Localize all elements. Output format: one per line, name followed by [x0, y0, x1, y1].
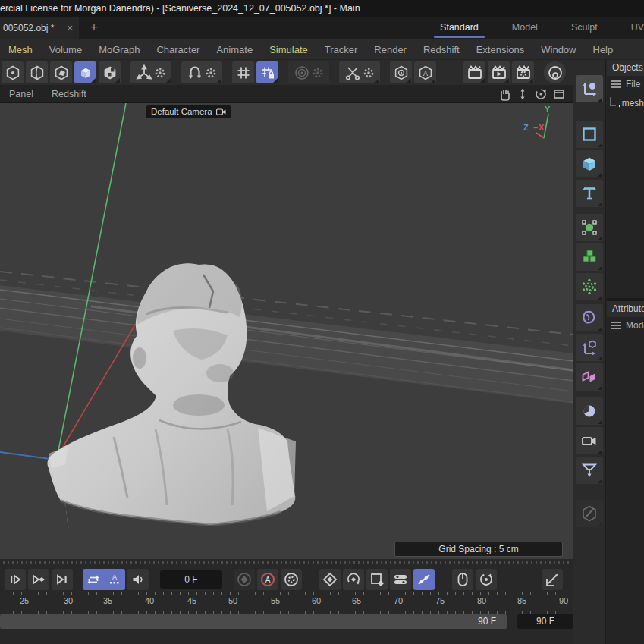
timeline-ruler[interactable]: 25 30 35 40 45 50 55 60 65 70 75 80 85 9… [0, 592, 573, 609]
layout-tab-model[interactable]: Model [495, 17, 554, 39]
effector-gear-icon [580, 278, 598, 296]
new-tab-button[interactable]: + [85, 17, 103, 39]
attributes-panel-menu[interactable]: Mode [607, 317, 644, 334]
transform-tool-button[interactable] [576, 75, 603, 102]
menu-mesh[interactable]: Mesh [0, 44, 41, 55]
zoom-updown-icon[interactable] [516, 87, 529, 101]
range-end-input[interactable]: 90 F [517, 614, 573, 629]
viewport-solo-button[interactable] [390, 61, 412, 83]
rotation-key-button[interactable] [343, 569, 364, 590]
play-forwards-button[interactable] [28, 569, 49, 590]
autokey-button[interactable]: A [257, 569, 278, 590]
pan-hand-icon[interactable] [498, 87, 511, 101]
menu-window[interactable]: Window [532, 44, 584, 55]
sound-button[interactable] [127, 569, 149, 590]
menu-redshift[interactable]: Redshift [415, 44, 468, 55]
scale-key-button[interactable] [366, 569, 388, 590]
hamburger-icon[interactable] [611, 322, 621, 329]
array-generator-button[interactable] [576, 243, 603, 271]
parameter-key-button[interactable] [390, 569, 411, 590]
edit-pen-button[interactable] [576, 500, 603, 527]
go-to-end-button[interactable] [52, 569, 73, 590]
instance-button[interactable] [576, 214, 603, 241]
snap-grid-button[interactable] [232, 61, 254, 83]
menu-simulate[interactable]: Simulate [261, 44, 316, 55]
menu-character[interactable]: Character [148, 44, 208, 55]
attributes-panel-title: Attributes [607, 301, 644, 317]
loop-playback-button[interactable] [83, 569, 104, 590]
menu-tracker[interactable]: Tracker [316, 44, 366, 55]
split-tool-button[interactable] [339, 61, 380, 83]
pla-key-button[interactable] [413, 569, 435, 590]
viewport-menu-redshift[interactable]: Redshift [42, 89, 96, 99]
edit-pen-icon [580, 504, 598, 523]
current-frame-field[interactable]: 0 F [160, 570, 222, 589]
attributes-mode-menu[interactable]: Mode [626, 320, 644, 331]
metaball-button[interactable] [576, 304, 603, 331]
symmetry-polygons-button[interactable] [576, 363, 603, 391]
deformer-funnel-button[interactable] [576, 457, 603, 484]
text-tool-button[interactable] [576, 180, 603, 207]
null-axes-button[interactable] [576, 334, 603, 361]
render-to-picture-viewer-button[interactable] [488, 61, 510, 83]
orbit-record-button[interactable] [476, 569, 497, 590]
null-axes-icon [580, 338, 598, 357]
texture-mode-button[interactable] [99, 61, 121, 83]
polygons-mode-button[interactable] [50, 61, 72, 83]
axis-dash: – [533, 123, 538, 132]
edges-mode-icon [30, 65, 45, 80]
objects-panel-title: Objects [607, 60, 644, 76]
camera-object-button[interactable] [576, 427, 603, 454]
orbit-icon[interactable] [534, 87, 548, 101]
document-tab[interactable]: 005052.obj * × [0, 17, 79, 39]
auto-hexagon-button[interactable]: A [414, 61, 436, 83]
ruler-label: 75 [435, 596, 445, 605]
edges-mode-button[interactable] [26, 61, 48, 83]
menu-volume[interactable]: Volume [41, 44, 90, 55]
render-view-button[interactable] [463, 61, 485, 83]
rectangle-spline-button[interactable] [576, 121, 603, 148]
viewport-3d[interactable]: Default Camera Z – X Y Grid Spacing : 5 … [0, 102, 573, 559]
interactive-render-button[interactable] [544, 61, 566, 83]
keyframe-settings-button[interactable] [281, 569, 302, 590]
mouse-record-button[interactable] [452, 569, 473, 590]
render-settings-button[interactable] [512, 61, 534, 83]
record-keyframe-button[interactable] [234, 569, 255, 590]
cube-primitive-button[interactable] [576, 150, 603, 177]
frame-range-slider[interactable]: 90 F [0, 614, 507, 629]
objects-file-menu[interactable]: File [626, 79, 640, 90]
model-mode-button[interactable] [74, 61, 96, 83]
camera-label-pill[interactable]: Default Camera [146, 105, 231, 118]
hamburger-icon[interactable] [611, 80, 621, 88]
menu-help[interactable]: Help [585, 44, 622, 55]
close-tab-icon[interactable]: × [67, 17, 73, 39]
animation-track-button[interactable]: A [104, 569, 125, 590]
cube-primitive-icon [580, 155, 598, 173]
position-key-button[interactable] [319, 569, 341, 590]
field-sphere-button[interactable] [576, 397, 603, 425]
menu-mograph[interactable]: MoGraph [90, 44, 148, 55]
layout-tab-uv[interactable]: UV [614, 17, 644, 39]
fcurve-editor-button[interactable] [542, 569, 563, 590]
go-to-start-button[interactable] [5, 569, 26, 590]
objects-panel-menu[interactable]: File [607, 76, 644, 93]
menu-extensions[interactable]: Extensions [468, 44, 533, 55]
object-name: mesh [622, 98, 644, 108]
viewport-canvas [0, 103, 573, 559]
viewport-menu-bar: Panel Redshift [0, 85, 573, 102]
effector-gear-button[interactable] [576, 273, 603, 300]
move-tool-button[interactable] [130, 61, 171, 83]
points-mode-button[interactable] [2, 61, 24, 83]
menu-render[interactable]: Render [366, 44, 415, 55]
snap-grid-lock-icon [260, 65, 275, 80]
radial-symmetry-button[interactable] [288, 61, 329, 83]
layout-tab-sculpt[interactable]: Sculpt [554, 17, 614, 39]
menu-animate[interactable]: Animate [208, 44, 261, 55]
layout-tab-standard[interactable]: Standard [423, 17, 495, 39]
viewport-menu-panel[interactable]: Panel [0, 89, 42, 99]
snap-grid-lock-button[interactable] [256, 61, 278, 83]
object-tree-item-mesh[interactable]: mesh [607, 97, 644, 108]
rotate-tool-button[interactable] [181, 61, 222, 83]
maximize-view-icon[interactable] [552, 87, 566, 101]
camera-label: Default Camera [151, 105, 212, 118]
